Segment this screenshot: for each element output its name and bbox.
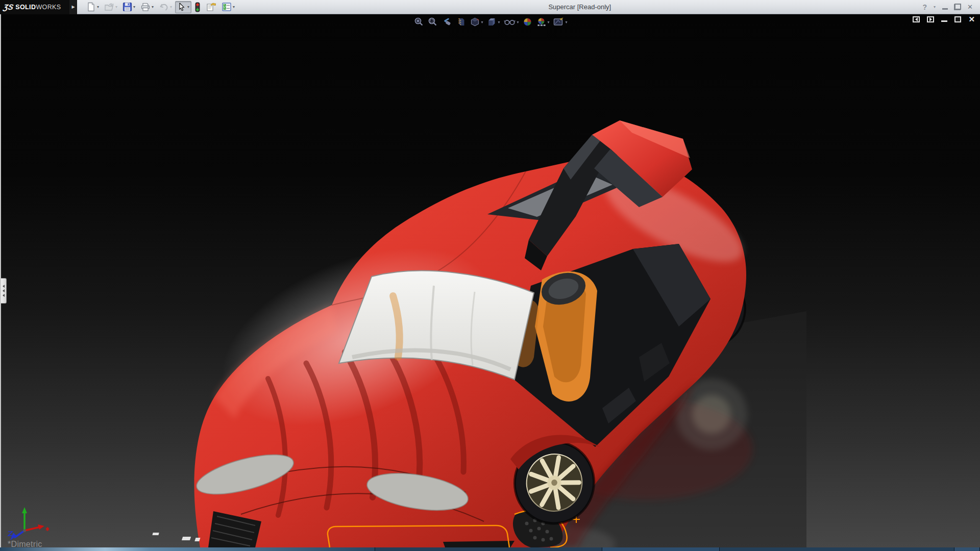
view-orientation-button[interactable]: ▾ — [469, 16, 484, 28]
expand-right-pane-icon — [929, 17, 932, 21]
rebuild-traffic-light-icon — [194, 2, 201, 12]
undo-icon — [159, 2, 169, 12]
dropdown-arrow-icon[interactable]: ▾ — [481, 20, 483, 24]
dropdown-arrow-icon[interactable]: ▾ — [498, 20, 500, 24]
title-bar: ƷS SOLIDWORKS ▶ ▾ ▾ ▾ — [0, 0, 980, 14]
section-view-icon — [456, 17, 466, 27]
hide-show-items-icon — [503, 17, 516, 27]
zoom-to-area-icon — [427, 17, 437, 27]
reference-triad — [4, 503, 53, 541]
help-button[interactable]: ? — [923, 3, 927, 11]
view-settings-button[interactable]: ▾ — [552, 16, 569, 28]
dropdown-arrow-icon[interactable]: ▾ — [133, 5, 135, 9]
expand-right-pane-button[interactable] — [927, 16, 934, 22]
save-icon — [122, 2, 132, 12]
open-document-icon — [104, 2, 114, 12]
dropdown-arrow-icon[interactable]: ▾ — [548, 20, 550, 24]
zoom-to-area-button[interactable] — [426, 16, 438, 28]
display-style-button[interactable]: ▾ — [485, 16, 501, 28]
view-orientation-icon — [470, 17, 480, 27]
section-view-button[interactable] — [455, 16, 467, 28]
zoom-to-fit-button[interactable] — [412, 16, 425, 28]
taskbar-segment[interactable] — [0, 547, 375, 551]
taskbar-segment[interactable] — [720, 547, 954, 551]
dropdown-arrow-icon[interactable]: ▾ — [97, 5, 99, 9]
title-zone: Supercar [Read-only] — [237, 3, 922, 11]
collapse-left-pane-button[interactable] — [913, 16, 920, 22]
hide-show-items-button[interactable]: ▾ — [502, 16, 520, 28]
dropdown-arrow-icon[interactable]: ▾ — [115, 5, 117, 9]
undo-button[interactable]: ▾ — [157, 1, 174, 13]
graphics-viewport[interactable]: ▾ ▾ ▾ ▾ ▾ — [0, 14, 980, 547]
help-dropdown-arrow-icon[interactable]: ▾ — [934, 5, 936, 9]
pane-arrow-icon — [3, 294, 5, 297]
featuremanager-collapsed-tab[interactable] — [1, 278, 7, 304]
dropdown-arrow-icon[interactable]: ▾ — [566, 20, 568, 24]
dropdown-arrow-icon[interactable]: ▾ — [233, 5, 235, 9]
view-orientation-label: *Dimetric — [8, 540, 42, 547]
window-controls: ? ▾ ✕ — [923, 3, 980, 11]
apply-scene-button[interactable]: ▾ — [535, 16, 551, 28]
print-icon — [140, 2, 151, 12]
apply-scene-icon — [536, 17, 547, 27]
headsup-view-toolbar: ▾ ▾ ▾ ▾ ▾ — [412, 16, 568, 28]
view-settings-icon — [553, 17, 565, 27]
minimize-document-button[interactable] — [941, 20, 947, 22]
options-checklist-icon — [222, 2, 232, 12]
previous-view-icon — [441, 17, 452, 27]
document-window-controls: ✕ — [913, 16, 975, 22]
edit-appearance-icon — [523, 17, 533, 27]
dropdown-arrow-icon[interactable]: ▾ — [170, 5, 172, 9]
display-style-icon — [486, 17, 497, 27]
dropdown-arrow-icon[interactable]: ▾ — [517, 20, 519, 24]
car-model-3d-view[interactable] — [0, 14, 980, 547]
restore-window-button[interactable] — [954, 4, 961, 10]
menu-flyout-arrow[interactable]: ▶ — [69, 0, 77, 14]
select-cursor-icon — [177, 2, 186, 12]
close-window-button[interactable]: ✕ — [967, 4, 973, 10]
standard-toolbar: ▾ ▾ ▾ ▾ — [84, 1, 237, 13]
new-document-button[interactable]: ▾ — [84, 1, 101, 13]
print-button[interactable]: ▾ — [138, 1, 156, 13]
windows-taskbar-edge[interactable] — [0, 547, 980, 551]
brand-name: SOLIDWORKS — [15, 4, 61, 11]
file-properties-button[interactable] — [204, 1, 218, 13]
select-tool-button[interactable]: ▾ — [175, 1, 191, 13]
collapse-left-pane-icon — [915, 17, 918, 21]
save-button[interactable]: ▾ — [120, 1, 137, 13]
rebuild-button[interactable] — [192, 1, 203, 13]
dropdown-arrow-icon[interactable]: ▾ — [152, 5, 154, 9]
dropdown-arrow-icon[interactable]: ▾ — [187, 5, 189, 9]
close-document-button[interactable]: ✕ — [968, 16, 975, 22]
minimize-window-button[interactable] — [942, 8, 948, 10]
file-properties-icon — [206, 2, 216, 12]
pane-arrow-icon — [3, 285, 5, 288]
flyout-icon: ▶ — [71, 5, 75, 9]
zoom-to-fit-icon — [413, 17, 424, 27]
previous-view-button[interactable] — [440, 16, 453, 28]
new-document-icon — [86, 2, 96, 12]
options-button[interactable]: ▾ — [219, 1, 237, 13]
restore-document-button[interactable] — [954, 16, 961, 22]
solidworks-logo-icon: ƷS — [3, 3, 14, 11]
taskbar-segment[interactable] — [954, 547, 980, 551]
open-document-button[interactable]: ▾ — [102, 1, 119, 13]
taskbar-segment[interactable] — [602, 547, 720, 551]
taskbar-segment[interactable] — [375, 547, 602, 551]
edit-appearance-button[interactable] — [522, 16, 534, 28]
solidworks-logo: ƷS SOLIDWORKS — [0, 0, 69, 14]
document-title: Supercar [Read-only] — [548, 3, 611, 11]
pane-arrow-icon — [3, 289, 5, 292]
specular-highlights — [152, 533, 200, 541]
solidworks-window: ƷS SOLIDWORKS ▶ ▾ ▾ ▾ — [0, 0, 980, 551]
